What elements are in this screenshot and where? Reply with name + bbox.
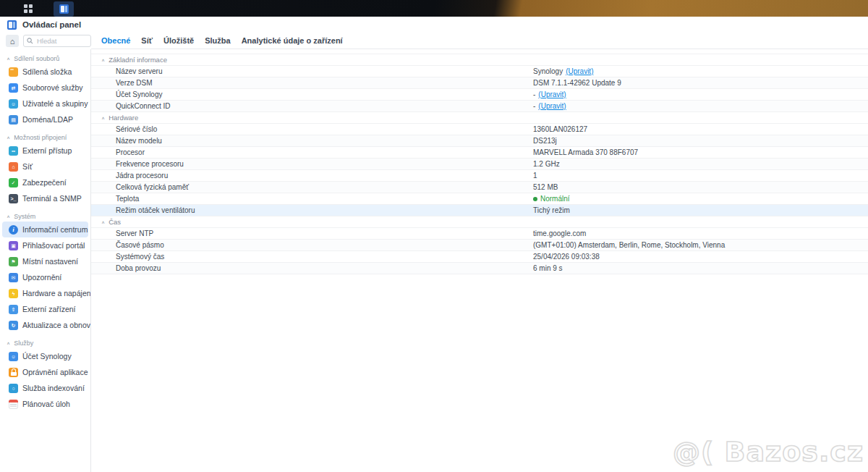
sidebar-section-header[interactable]: ∧Systém (0, 211, 90, 222)
tab-obecn-[interactable]: Obecné (101, 36, 130, 45)
row-value: 1360LAN026127 (533, 124, 587, 135)
sidebar-item-label: Hardware a napájení (22, 289, 91, 298)
sidebar-item-external-access[interactable]: ∞Externí přístup (2, 143, 88, 159)
table-row[interactable]: Frekvence procesoru1.2 GHz (91, 159, 868, 170)
taskbar-control-panel-button[interactable] (54, 1, 74, 17)
row-value-text: 25/04/2026 09:03:38 (533, 253, 600, 261)
tab-bar: ObecnéSíťÚložištěSlužbaAnalytické údaje … (91, 33, 868, 49)
table-row[interactable]: Režim otáček ventilátoruTichý režim (91, 205, 868, 216)
sidebar-section-label: Sdílení souborů (14, 55, 59, 62)
users-groups-icon: ☺ (9, 99, 18, 109)
edit-link[interactable]: (Upravit) (566, 67, 593, 75)
table-row[interactable]: ProcesorMARVELL Armada 370 88F6707 (91, 147, 868, 159)
search-box[interactable] (23, 35, 91, 47)
row-value-text: 1 (533, 172, 537, 180)
table-row[interactable]: QuickConnect ID-(Upravit) (91, 101, 868, 112)
main-menu-grid-icon (24, 4, 27, 8)
app-privileges-icon (9, 368, 18, 377)
row-value-text: Synology (533, 67, 563, 75)
main-menu-button[interactable] (16, 0, 41, 17)
sidebar-item-update-restore[interactable]: ↻Aktualizace a obnovení (2, 317, 88, 333)
sidebar-toolbar: ⌂ (0, 33, 91, 49)
sidebar-item-label: Služba indexování (22, 384, 85, 392)
table-row[interactable]: Název modeluDS213j (91, 135, 868, 147)
sidebar-item-label: Síť (22, 162, 33, 171)
row-label: Doba provozu (116, 263, 161, 274)
sidebar-item-label: Místní nastavení (22, 257, 78, 266)
tab--lo-i-t-[interactable]: Úložiště (163, 36, 194, 45)
sidebar-item-label: Zabezpečení (22, 178, 67, 187)
row-value: 512 MB (533, 182, 558, 193)
sidebar-section-label: Možnosti připojení (14, 134, 67, 141)
control-panel-icon (59, 4, 69, 14)
row-value: -(Upravit) (533, 101, 566, 111)
sidebar-item-domain-ldap[interactable]: ▤Doména/LDAP (2, 111, 88, 127)
table-row[interactable]: Doba provozu6 min 9 s (91, 263, 868, 274)
table-row[interactable]: Verze DSMDSM 7.1.1-42962 Update 9 (91, 77, 868, 89)
sidebar-item-label: Přihlašovací portál (22, 241, 85, 250)
sidebar-item-label: Oprávnění aplikace (22, 368, 88, 376)
table-section-header[interactable]: ∧Hardware (91, 112, 868, 124)
sidebar-item-external-devices[interactable]: ⇧Externí zařízení (2, 301, 88, 317)
sidebar-item-terminal-snmp[interactable]: >_Terminál a SNMP (2, 190, 88, 206)
table-row[interactable]: Server NTPtime.google.com (91, 228, 868, 240)
toolbar: ⌂ ObecnéSíťÚložištěSlužbaAnalytické údaj… (0, 33, 868, 49)
row-label: Frekvence procesoru (116, 159, 184, 169)
table-row[interactable]: Účet Synology-(Upravit) (91, 89, 868, 101)
row-value: MARVELL Armada 370 88F6707 (533, 147, 638, 158)
row-value: 25/04/2026 09:03:38 (533, 251, 600, 262)
sidebar-item-notifications[interactable]: ✉Upozornění (2, 269, 88, 285)
table-row[interactable]: Sériové číslo1360LAN026127 (91, 124, 868, 135)
sidebar-item-file-services[interactable]: ⇄Souborové služby (2, 80, 88, 96)
sidebar-item-label: Informační centrum (22, 225, 88, 234)
sidebar-item-task-scheduler[interactable]: Plánovač úloh (2, 396, 88, 412)
synology-account-icon: ☺ (9, 352, 18, 361)
table-row[interactable]: Systémový čas25/04/2026 09:03:38 (91, 251, 868, 263)
sidebar-section-header[interactable]: ∧Sdílení souborů (0, 54, 90, 64)
table-row[interactable]: Název serveruSynology(Upravit) (91, 66, 868, 77)
row-label: Jádra procesoru (116, 170, 168, 181)
sidebar-item-regional-options[interactable]: ⚑Místní nastavení (2, 253, 88, 269)
tab-slu-ba[interactable]: Služba (205, 36, 230, 45)
home-button[interactable]: ⌂ (6, 35, 19, 47)
table-row[interactable]: TeplotaNormální (91, 193, 868, 205)
sidebar-nav: ∧Sdílení souborůSdílená složka⇄Souborové… (0, 49, 91, 472)
sidebar-item-hardware-power[interactable]: ϟHardware a napájení (2, 285, 88, 301)
sidebar-item-indexing-service[interactable]: ○Služba indexování (2, 380, 88, 396)
edit-link[interactable]: (Upravit) (538, 90, 566, 98)
sidebar-item-login-portal[interactable]: ▣Přihlašovací portál (2, 237, 88, 253)
edit-link[interactable]: (Upravit) (538, 102, 566, 110)
row-value-text: MARVELL Armada 370 88F6707 (533, 148, 638, 156)
sidebar-section-label: Služby (14, 340, 33, 347)
tab-s-[interactable]: Síť (141, 36, 153, 45)
row-value-text: 1360LAN026127 (533, 125, 587, 133)
sidebar-item-shared-folder[interactable]: Sdílená složka (2, 64, 88, 80)
sidebar-item-label: Souborové služby (22, 83, 82, 92)
table-row[interactable]: Jádra procesoru1 (91, 170, 868, 182)
tab-analytick-daje-o-za-zen-[interactable]: Analytické údaje o zařízení (242, 36, 343, 45)
search-icon (27, 38, 33, 44)
sidebar-section-header[interactable]: ∧Možnosti připojení (0, 132, 90, 143)
sidebar-section-header[interactable]: ∧Služby (0, 338, 90, 348)
sidebar-item-network[interactable]: ⌂Síť (2, 159, 88, 174)
row-value: 6 min 9 s (533, 263, 563, 274)
search-input[interactable] (35, 36, 82, 46)
sidebar-item-info-center[interactable]: iInformační centrum (2, 222, 88, 237)
table-section-header[interactable]: ∧Čas (91, 216, 868, 228)
table-row[interactable]: Celková fyzická paměť512 MB (91, 182, 868, 193)
table-section-header[interactable]: ∧Základní informace (91, 54, 868, 66)
sidebar-item-users-groups[interactable]: ☺Uživatelé a skupiny (2, 96, 88, 111)
sidebar-item-label: Terminál a SNMP (22, 194, 82, 203)
external-devices-icon: ⇧ (9, 305, 18, 314)
sidebar-item-app-privileges[interactable]: Oprávnění aplikace (2, 364, 88, 380)
bazos-watermark: @( Bazos.cz (673, 436, 864, 468)
sidebar-item-synology-account[interactable]: ☺Účet Synology (2, 348, 88, 364)
row-label: Sériové číslo (116, 124, 157, 135)
row-value-text: DS213j (533, 137, 557, 145)
row-value: 1 (533, 170, 537, 181)
sidebar-item-label: Aktualizace a obnovení (22, 321, 91, 329)
info-table: ∧Základní informaceNázev serveruSynology… (91, 54, 868, 274)
sidebar-item-label: Plánovač úloh (22, 400, 70, 408)
table-row[interactable]: Časové pásmo(GMT+01:00) Amsterdam, Berli… (91, 240, 868, 251)
sidebar-item-security[interactable]: ✓Zabezpečení (2, 174, 88, 190)
